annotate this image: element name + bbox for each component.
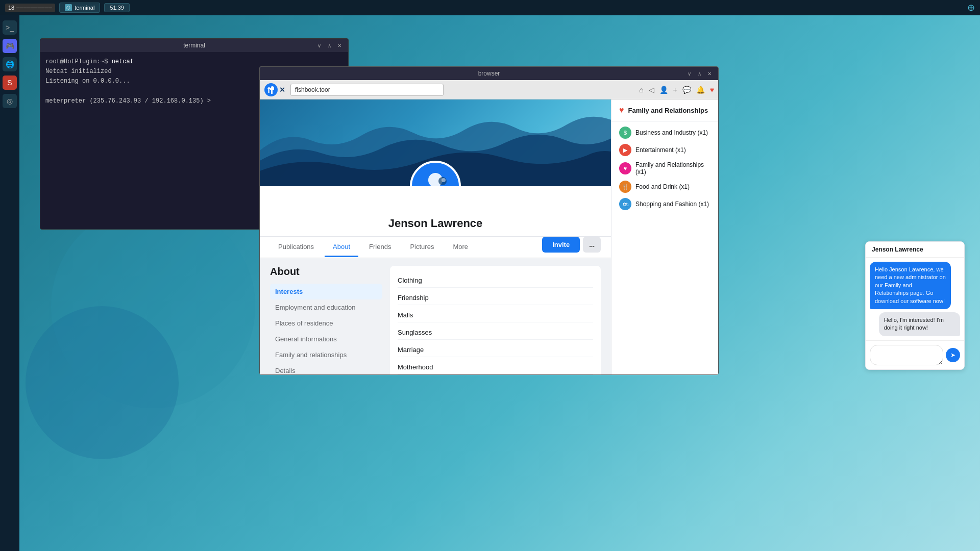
- tab-pictures[interactable]: Pictures: [402, 238, 442, 257]
- taskbar-app-name: terminal: [75, 5, 94, 11]
- heart-nav-icon[interactable]: ♥: [710, 86, 714, 94]
- taskbar-terminal-app[interactable]: ⬡ terminal: [59, 3, 100, 13]
- chat-panel: Jenson Lawrence Hello Jenson Lawrence, w…: [865, 241, 965, 370]
- bg-decoration-2: [26, 306, 179, 459]
- profile-name: Jenson Lawrence: [270, 217, 601, 230]
- browser-navbar: f ✕ ⌂ ◁ 👤 + 💬 🔔 ♥: [260, 80, 718, 99]
- tab-about[interactable]: About: [325, 238, 358, 257]
- browser-nav-icons: ⌂ ◁ 👤 + 💬 🔔 ♥: [639, 86, 714, 94]
- rp-entertainment-icon: ▶: [619, 144, 631, 156]
- browser-minimize-btn[interactable]: ∨: [685, 70, 693, 77]
- rp-business-icon: $: [619, 127, 631, 139]
- interest-friendship[interactable]: Friendship: [398, 291, 593, 305]
- profile-main: Jenson Lawrence Publications About Frien…: [260, 99, 611, 374]
- chat-send-button[interactable]: ➤: [946, 348, 960, 362]
- chat-icon[interactable]: 💬: [682, 86, 691, 94]
- sidebar-item-discord[interactable]: 🎮: [3, 39, 17, 53]
- interest-clothing[interactable]: Clothing: [398, 273, 593, 288]
- chat-message-incoming-1: Hello Jenson Lawrence, we need a new adm…: [870, 262, 951, 309]
- browser-title-text: browser: [478, 70, 500, 77]
- terminal-line-1: root@HotPlugin:~$ netcat: [45, 57, 343, 67]
- profile-area: Jenson Lawrence Publications About Frien…: [260, 99, 718, 374]
- about-nav-interests[interactable]: Interests: [270, 284, 382, 299]
- right-panel-title: Family and Relationships: [628, 107, 708, 114]
- browser-url-bar[interactable]: [290, 84, 444, 96]
- about-content: Clothing Friendship Malls Sunglasses Mar…: [390, 266, 601, 374]
- terminal-title-text: terminal: [183, 42, 205, 49]
- sidebar-left: >_ 🎮 🌐 S ◎: [0, 15, 19, 551]
- browser-logo: f ✕: [264, 83, 285, 97]
- interests-list: Clothing Friendship Malls Sunglasses Mar…: [398, 273, 593, 374]
- rp-food-icon: 🍴: [619, 181, 631, 193]
- avatar-svg: [415, 166, 456, 186]
- svg-point-5: [442, 178, 446, 182]
- profile-right-panel: ♥ Family and Relationships $ Business an…: [611, 99, 718, 374]
- rp-business-label: Business and Industry (x1): [635, 129, 708, 136]
- sidebar-item-reddit[interactable]: S: [3, 76, 17, 90]
- terminal-window-controls: ∨ ∧ ✕: [315, 42, 343, 49]
- chat-message-outgoing-1: Hello, I'm interested! I'm doing it righ…: [879, 312, 960, 336]
- interest-motherhood[interactable]: Motherhood: [398, 360, 593, 374]
- rp-shopping-icon: 🛍: [619, 198, 631, 210]
- profile-content: About Interests Employment and education…: [260, 258, 611, 374]
- rp-family-icon: ♥: [619, 162, 631, 174]
- taskbar-badge: 18 ━━━━━━━━━━: [5, 4, 55, 12]
- browser-titlebar: browser ∨ ∧ ✕: [260, 67, 718, 80]
- tab-publications[interactable]: Publications: [270, 238, 322, 257]
- profile-cover: [260, 99, 611, 186]
- home-icon[interactable]: ⌂: [639, 86, 643, 94]
- back-icon[interactable]: ◁: [649, 86, 654, 94]
- profile-tabs: Publications About Friends Pictures More: [270, 238, 476, 257]
- browser-close-btn[interactable]: ✕: [706, 70, 713, 77]
- interest-malls[interactable]: Malls: [398, 308, 593, 322]
- browser-window-controls: ∨ ∧ ✕: [685, 70, 713, 77]
- profile-icon[interactable]: 👤: [659, 86, 668, 94]
- interest-sunglasses[interactable]: Sunglasses: [398, 325, 593, 340]
- about-nav-employment[interactable]: Employment and education: [270, 299, 382, 315]
- taskbar: 18 ━━━━━━━━━━ ⬡ terminal 51:39 ⊕: [0, 0, 980, 15]
- browser-maximize-btn[interactable]: ∧: [696, 70, 703, 77]
- right-panel-items: $ Business and Industry (x1) ▶ Entertain…: [611, 121, 718, 215]
- more-actions-button[interactable]: ...: [583, 237, 601, 253]
- about-nav-places[interactable]: Places of residence: [270, 315, 382, 331]
- chat-input-field[interactable]: [870, 345, 943, 365]
- time-display: 51:39: [110, 5, 124, 11]
- sidebar-item-dark[interactable]: ◎: [3, 94, 17, 108]
- about-nav-details[interactable]: Details: [270, 363, 382, 374]
- terminal-app-icon: ⬡: [65, 4, 72, 11]
- invite-button[interactable]: Invite: [542, 237, 580, 253]
- notif-icon[interactable]: 🔔: [696, 86, 705, 94]
- terminal-close-btn[interactable]: ✕: [336, 42, 343, 49]
- chat-messages: Hello Jenson Lawrence, we need a new adm…: [866, 258, 964, 340]
- profile-avatar: [410, 161, 461, 186]
- about-title: About: [270, 266, 382, 278]
- wifi-icon: ⊕: [967, 2, 975, 13]
- chat-input-area: ➤: [866, 340, 964, 369]
- sidebar-item-terminal[interactable]: >_: [3, 20, 17, 35]
- sidebar-item-globe[interactable]: 🌐: [3, 57, 17, 71]
- rp-family-label: Family and Relationships (x1): [635, 161, 710, 176]
- about-sidebar: About Interests Employment and education…: [270, 266, 382, 374]
- interest-marriage[interactable]: Marriage: [398, 343, 593, 357]
- rp-item-business: $ Business and Industry (x1): [619, 127, 710, 139]
- tab-friends[interactable]: Friends: [361, 238, 399, 257]
- right-panel-heart-icon: ♥: [619, 106, 624, 115]
- profile-avatar-container: [410, 161, 461, 186]
- about-nav-family[interactable]: Family and relationships: [270, 347, 382, 363]
- svg-text:f: f: [267, 86, 271, 94]
- terminal-minimize-btn[interactable]: ∨: [315, 42, 323, 49]
- rp-food-label: Food and Drink (x1): [635, 183, 690, 190]
- add-icon[interactable]: +: [673, 86, 677, 94]
- tab-more[interactable]: More: [445, 238, 476, 257]
- taskbar-number: 18: [8, 5, 14, 11]
- rp-item-family: ♥ Family and Relationships (x1): [619, 161, 710, 176]
- about-nav-general[interactable]: General informations: [270, 331, 382, 347]
- terminal-maximize-btn[interactable]: ∧: [326, 42, 333, 49]
- right-panel-header: ♥ Family and Relationships: [611, 99, 718, 121]
- rp-shopping-label: Shopping and Fashion (x1): [635, 201, 709, 208]
- terminal-titlebar: terminal ∨ ∧ ✕: [40, 39, 348, 52]
- rp-item-entertainment: ▶ Entertainment (x1): [619, 144, 710, 156]
- taskbar-time: 51:39: [104, 3, 130, 12]
- profile-info-bar: Jenson Lawrence Publications About Frien…: [260, 186, 611, 258]
- browser-window: browser ∨ ∧ ✕ f ✕ ⌂ ◁ 👤 + 💬 🔔 ♥: [259, 66, 719, 375]
